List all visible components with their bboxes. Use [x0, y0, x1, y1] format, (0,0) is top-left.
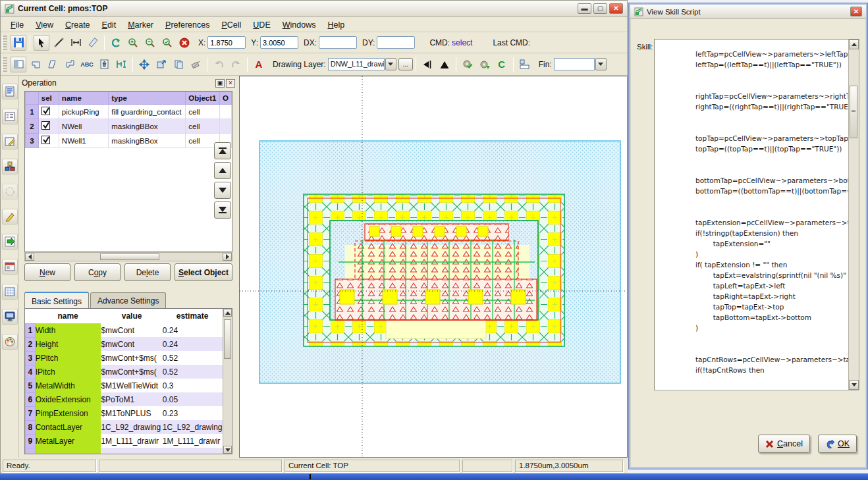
- scroll-up-icon[interactable]: [223, 309, 232, 317]
- menu-ude[interactable]: UDE: [247, 19, 276, 31]
- redraw-icon[interactable]: [108, 35, 124, 51]
- toolbar-grip-2[interactable]: [2, 57, 7, 72]
- toolbar-grip[interactable]: [2, 36, 7, 50]
- setting-row[interactable]: 4IPitch$mwCont+$ms(0.52: [26, 365, 223, 379]
- run-script-icon[interactable]: [2, 234, 18, 250]
- setting-value[interactable]: $mwCont: [101, 323, 162, 337]
- col-object2[interactable]: O: [219, 92, 231, 105]
- layout-canvas[interactable]: [239, 76, 628, 458]
- drawing-layer-dropdown-icon[interactable]: [385, 58, 396, 70]
- layer-browse-button[interactable]: ...: [398, 58, 413, 70]
- compile-icon[interactable]: C: [494, 57, 510, 72]
- skill-code-area[interactable]: leftTap=pcCellView~>parameters~>leftTap …: [654, 39, 859, 390]
- dy-input[interactable]: [377, 36, 415, 49]
- col-name[interactable]: name: [59, 92, 108, 105]
- settings-vscrollbar[interactable]: [223, 309, 232, 454]
- scroll-right-icon[interactable]: [223, 253, 232, 261]
- setting-row[interactable]: 3PPitch$mwCont+$ms(0.52: [26, 351, 223, 365]
- setting-value[interactable]: 1M_L111_drawir: [101, 434, 162, 448]
- y-input[interactable]: [260, 36, 298, 49]
- scroll-left-icon[interactable]: [25, 253, 34, 261]
- menu-help[interactable]: Help: [321, 19, 350, 31]
- dx-input[interactable]: [319, 36, 357, 49]
- copy-button[interactable]: Copy: [74, 263, 121, 281]
- fin-value[interactable]: [554, 58, 595, 70]
- edit-cell-icon[interactable]: [2, 134, 18, 149]
- new-button[interactable]: New: [24, 263, 70, 281]
- ok-button[interactable]: OK: [818, 435, 857, 453]
- move-up-icon[interactable]: [214, 162, 231, 179]
- setting-row[interactable]: 5MetalWidth$M1WellTieWidt0.3: [26, 379, 223, 392]
- menu-windows[interactable]: Windows: [277, 19, 322, 31]
- polygon-tool-icon[interactable]: [28, 57, 43, 72]
- ruler-line-icon[interactable]: [51, 35, 67, 51]
- pin-tool-icon[interactable]: [96, 57, 112, 72]
- skill-scroll-down-icon[interactable]: [849, 380, 859, 390]
- panel-close-icon[interactable]: ✕: [226, 79, 235, 88]
- close-button[interactable]: ✕: [609, 3, 623, 14]
- mirror-horizontal-icon[interactable]: [420, 57, 435, 72]
- save-icon[interactable]: [11, 35, 26, 51]
- selection-area-icon[interactable]: [2, 184, 18, 200]
- checkbox-checked-icon[interactable]: [41, 107, 50, 115]
- fin-dropdown-icon[interactable]: [595, 58, 607, 70]
- measure-icon[interactable]: [85, 35, 101, 51]
- operation-row-3[interactable]: 3 NWell1 maskingBBox cell: [26, 134, 232, 148]
- oxide-region-lower[interactable]: [386, 319, 486, 338]
- drawing-layer-value[interactable]: DNW_L11_drawir: [328, 58, 385, 70]
- stretch-tool-icon[interactable]: [153, 57, 169, 72]
- col-setting-name[interactable]: name: [35, 309, 101, 323]
- menu-marker[interactable]: Marker: [122, 19, 159, 31]
- ruler-tool-icon[interactable]: [113, 57, 129, 72]
- fin-combo[interactable]: [554, 58, 607, 70]
- setting-value[interactable]: $mwCont+$ms(: [101, 365, 162, 379]
- setting-value[interactable]: $M1ToNPLUS: [101, 406, 162, 420]
- skill-titlebar[interactable]: View Skill Script ✕: [630, 5, 866, 19]
- menu-pcell[interactable]: PCell: [215, 19, 247, 31]
- run-check-icon[interactable]: [460, 57, 475, 72]
- col-setting-value[interactable]: value: [101, 309, 162, 323]
- run-update-icon[interactable]: [477, 57, 493, 72]
- setting-value[interactable]: $mwCont: [101, 337, 162, 351]
- label-a-icon[interactable]: A: [251, 57, 267, 72]
- menu-file[interactable]: File: [5, 19, 30, 31]
- skill-scroll-thumb[interactable]: [850, 86, 857, 138]
- vscroll-thumb[interactable]: [224, 319, 231, 359]
- palette-icon[interactable]: [2, 334, 18, 350]
- skill-close-button[interactable]: ✕: [850, 7, 862, 16]
- main-titlebar[interactable]: Current Cell: pmos:TOP ▬ ▢ ✕: [1, 1, 627, 17]
- menu-preferences[interactable]: Preferences: [159, 19, 215, 31]
- grid-table-icon[interactable]: [2, 284, 18, 300]
- erase-tool-icon[interactable]: [188, 57, 203, 72]
- pmos-device[interactable]: [335, 224, 537, 320]
- menu-edit[interactable]: Edit: [96, 19, 122, 31]
- x-input[interactable]: [207, 36, 246, 49]
- setting-value[interactable]: $mwCont+$ms(: [101, 351, 162, 365]
- select-object-button[interactable]: Select Object: [175, 263, 232, 281]
- setting-row[interactable]: 1Width$mwCont0.24: [26, 323, 223, 337]
- setting-value[interactable]: 1C_L92_drawing: [101, 420, 162, 434]
- taskbar[interactable]: [0, 473, 868, 480]
- stop-icon[interactable]: [176, 35, 192, 51]
- skill-vscrollbar[interactable]: [848, 40, 859, 390]
- operation-panel-header[interactable]: Operation ▣ ✕: [19, 76, 238, 90]
- tab-advance-settings[interactable]: Advance Settings: [90, 292, 166, 308]
- zoom-fit-icon[interactable]: [159, 35, 175, 51]
- layout-view-icon[interactable]: [517, 57, 533, 72]
- copy-tool-icon[interactable]: [171, 57, 186, 72]
- checkbox-checked-icon[interactable]: [41, 121, 50, 130]
- wire-tool-icon[interactable]: [62, 57, 78, 72]
- zoom-in-icon[interactable]: [125, 35, 141, 51]
- path-tool-icon[interactable]: [45, 57, 61, 72]
- cancel-button[interactable]: Cancel: [758, 435, 810, 453]
- move-tool-icon[interactable]: [136, 57, 152, 72]
- col-sel[interactable]: sel: [38, 92, 59, 105]
- col-setting-estimate[interactable]: estimate: [163, 309, 223, 323]
- menu-view[interactable]: View: [30, 19, 59, 31]
- maximize-button[interactable]: ▢: [593, 3, 607, 14]
- select-pointer-icon[interactable]: [34, 35, 49, 51]
- move-top-icon[interactable]: [214, 142, 231, 159]
- operation-list-icon[interactable]: [2, 109, 18, 124]
- skill-scroll-up-icon[interactable]: [849, 40, 859, 49]
- move-down-icon[interactable]: [214, 182, 231, 199]
